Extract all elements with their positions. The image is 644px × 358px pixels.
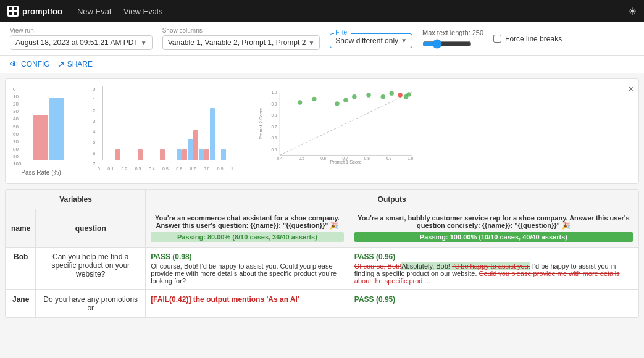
scatter-chart: Prompt 2 Score Prompt 1 Score 1.0 0.9 0.… [251,86,424,167]
svg-text:0.9: 0.9 [386,156,391,160]
show-columns-label: Show columns [162,27,320,34]
row-bob-name: Bob [6,248,36,290]
svg-point-23 [312,97,316,101]
hist-bin-0.5-p1 [160,149,165,160]
svg-text:0.8: 0.8 [271,113,277,117]
force-breaks-checkbox[interactable] [493,35,501,43]
prompt1-passing: Passing: 80.00% (8/10 cases, 36/40 asser… [151,232,344,242]
svg-text:0.6: 0.6 [271,136,277,140]
table-subheader-row: name question You're an ecommerce chat a… [6,209,638,248]
prompt2-header: You're a smart, bubbly customer service … [349,209,638,248]
logo-icon [7,6,19,17]
show-columns-dropdown[interactable]: Variable 1, Variable 2, Prompt 1, Prompt… [162,35,320,50]
histogram-y-axis: 76543210 [93,86,102,167]
view-run-group: View run August 18, 2023 at 09:51:21 AM … [10,27,153,50]
logo: promptfoo [7,6,62,17]
hist-bin-0.8-p1 [193,130,198,160]
share-icon: ↗ [57,59,65,69]
results-table: Variables Outputs name question You're a… [5,189,639,318]
bar-1-prompt1 [33,115,48,160]
histogram-chart: 76543210 [86,86,233,171]
filter-group: Filter Show different only ▼ [330,33,412,48]
row-bob-output1: PASS (0.98) Of course, Bob! I'd be happy… [146,248,349,290]
hist-bin-0.7-p2 [188,139,193,160]
bar-chart: 10090807060 50403020100 Pass Rate (%) [13,86,69,176]
svg-text:0.9: 0.9 [271,102,277,106]
bar-chart-title: Pass Rate (%) [21,169,61,176]
bar-group-1 [33,98,64,160]
svg-point-28 [381,94,385,99]
row-jane-question: Do you have any promotions or [36,290,146,318]
show-columns-chevron-icon: ▼ [308,40,314,46]
svg-point-26 [352,94,356,99]
config-icon: 👁 [10,59,19,69]
histogram-bars [102,86,227,160]
svg-text:0.7: 0.7 [271,125,277,129]
charts-area: × 10090807060 50403020100 Pass Rate (%) … [5,78,639,184]
svg-point-29 [390,91,394,95]
bar-chart-bars [28,86,69,160]
view-run-chevron-icon: ▼ [141,40,147,46]
hist-bin-0.6-p2 [177,149,182,160]
svg-text:0.6: 0.6 [320,156,326,160]
prompt2-passing: Passing: 100.00% (10/10 cases, 40/40 ass… [354,232,633,242]
bar-1-prompt2 [49,98,64,160]
controls-bar: View run August 18, 2023 at 09:51:21 AM … [0,22,644,56]
max-text-label: Max text length: 250 [422,29,483,36]
svg-text:0.5: 0.5 [299,156,304,160]
hist-bin-0.9-p2 [210,108,215,160]
svg-text:0.7: 0.7 [342,156,348,160]
hist-bin-0.3-p1 [138,149,143,160]
filter-chevron-icon: ▼ [401,37,407,44]
svg-point-24 [335,101,339,106]
row-bob-question: Can you help me find a specific product … [36,248,146,290]
close-charts-button[interactable]: × [629,84,634,94]
scatter-svg: Prompt 2 Score Prompt 1 Score 1.0 0.9 0.… [251,86,424,167]
share-button[interactable]: ↗ SHARE [57,59,93,69]
max-text-slider[interactable] [422,39,472,49]
config-button[interactable]: 👁 CONFIG [10,59,50,69]
svg-point-25 [343,98,348,102]
histogram-x-labels: 00.10.20.30.40.50.60.70.80.91 [98,167,233,171]
view-run-dropdown[interactable]: August 18, 2023 at 09:51:21 AM PDT ▼ [10,35,153,50]
force-breaks-group: Force line breaks [493,35,562,43]
force-breaks-label: Force line breaks [505,35,562,43]
hist-bin-0.8-p2 [199,149,204,160]
theme-toggle-icon[interactable]: ☀ [628,6,637,17]
svg-rect-2 [9,12,12,15]
svg-point-22 [298,100,302,104]
table-row: Jane Do you have any promotions or [FAIL… [6,290,638,318]
action-bar: 👁 CONFIG ↗ SHARE [0,56,644,73]
svg-point-30 [398,93,402,97]
hist-bin-0.9-p1 [204,149,209,160]
nav-view-evals[interactable]: View Evals [119,4,167,19]
top-nav: promptfoo New Eval View Evals ☀ [0,0,644,22]
col-question-header: question [36,209,146,248]
nav-new-eval[interactable]: New Eval [72,4,116,19]
hist-bin-0.7-p1 [182,149,187,160]
outputs-header: Outputs [146,190,638,209]
variables-header: Variables [6,190,146,209]
max-text-group: Max text length: 250 [422,29,483,49]
prompt1-header: You're an ecommerce chat assistant for a… [146,209,349,248]
svg-text:Prompt 2 Score: Prompt 2 Score [258,108,264,139]
row-bob-output2: PASS (0.96) Of course, Bob!Absolutely, B… [349,248,638,290]
row-jane-output2: PASS (0.95) [349,290,638,318]
table-row: Bob Can you help me find a specific prod… [6,248,638,290]
svg-point-27 [366,93,370,97]
svg-rect-1 [14,7,17,10]
nav-links: New Eval View Evals [72,4,167,19]
col-name-header: name [6,209,36,248]
table-header-row: Variables Outputs [6,190,638,209]
show-columns-group: Show columns Variable 1, Variable 2, Pro… [162,27,320,50]
svg-text:0.5: 0.5 [271,148,277,152]
svg-text:1.0: 1.0 [271,90,277,94]
row-jane-output1: [FAIL(0.42)] the output mentions 'As an … [146,290,349,318]
svg-rect-0 [9,7,12,10]
bar-chart-y-axis: 10090807060 50403020100 [13,86,28,167]
svg-text:1.0: 1.0 [408,156,413,160]
svg-text:0.4: 0.4 [277,156,283,160]
filter-dropdown[interactable]: Filter Show different only ▼ [330,33,412,48]
hist-bin-0.1-p1 [115,149,120,160]
svg-text:0.8: 0.8 [364,156,370,160]
